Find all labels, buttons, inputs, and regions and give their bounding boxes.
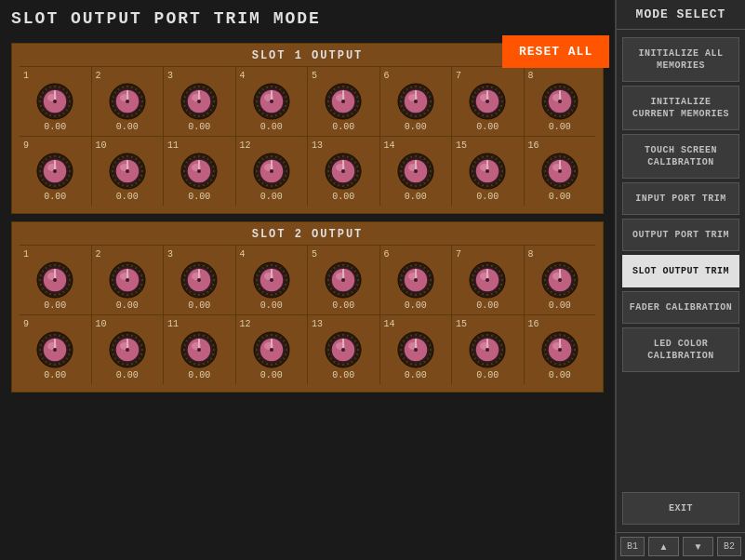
knob-control[interactable] (180, 83, 218, 120)
knob-control[interactable] (397, 153, 434, 190)
knob-control[interactable] (397, 331, 434, 368)
knob-control[interactable] (180, 331, 218, 368)
knob-control[interactable] (36, 331, 73, 368)
knob-control[interactable] (253, 331, 290, 368)
knob-cell[interactable]: 140.00 (380, 315, 453, 384)
knob-cell[interactable]: 80.00 (525, 67, 596, 136)
knob-cell[interactable]: 40.00 (236, 246, 309, 314)
knob-control[interactable] (541, 153, 579, 190)
knob-cell[interactable]: 130.00 (308, 137, 380, 206)
knob-cell[interactable]: 80.00 (525, 246, 596, 314)
sidebar-btn-init-all[interactable]: INITIALIZE ALL MEMORIES (622, 37, 739, 82)
knob-value: 0.00 (116, 122, 139, 132)
knob-control[interactable] (541, 83, 579, 120)
knob-cell[interactable]: 70.00 (452, 67, 525, 136)
knob-cell[interactable]: 90.00 (20, 137, 92, 206)
knob-control[interactable] (109, 83, 146, 120)
knob-cell[interactable]: 120.00 (236, 137, 309, 206)
b1-button[interactable]: B1 (620, 537, 645, 556)
knob-control[interactable] (397, 261, 434, 299)
knob-control[interactable] (325, 261, 362, 299)
knob-control[interactable] (469, 331, 506, 368)
svg-line-582 (573, 285, 575, 286)
knob-cell[interactable]: 30.00 (164, 246, 236, 314)
exit-button[interactable]: EXIT (622, 492, 739, 525)
knob-cell[interactable]: 70.00 (452, 246, 525, 314)
svg-line-760 (492, 363, 493, 365)
svg-line-415 (40, 285, 42, 286)
knob-cell[interactable]: 150.00 (452, 137, 525, 206)
knob-control[interactable] (469, 261, 506, 299)
knob-cell[interactable]: 150.00 (452, 315, 525, 384)
svg-line-287 (266, 184, 267, 186)
knob-control[interactable] (180, 261, 218, 299)
svg-line-532 (429, 285, 431, 286)
knob-control[interactable] (36, 261, 73, 299)
knob-control[interactable] (469, 153, 506, 190)
knob-control[interactable] (36, 83, 73, 120)
knob-cell[interactable]: 10.00 (20, 67, 92, 136)
sidebar-btn-led-cal[interactable]: LED COLOR CALIBRATION (622, 327, 739, 372)
knob-control[interactable] (36, 153, 73, 190)
knob-cell[interactable]: 160.00 (525, 315, 596, 384)
sidebar-btn-fader-cal[interactable]: FADER CALIBRATION (622, 291, 739, 324)
svg-line-707 (357, 354, 359, 355)
knob-cell[interactable]: 110.00 (164, 315, 236, 384)
knob-control[interactable] (253, 153, 290, 190)
knob-cell[interactable]: 60.00 (380, 67, 453, 136)
knob-cell[interactable]: 60.00 (380, 246, 453, 314)
sidebar-btn-touch-cal[interactable]: TOUCH SCREEN CALIBRATION (622, 134, 739, 179)
knob-control[interactable] (397, 83, 434, 120)
knob-cell[interactable]: 20.00 (92, 246, 165, 314)
sidebar-btn-output-port-trim[interactable]: OUTPUT PORT TRIM (622, 219, 739, 251)
knob-control[interactable] (180, 153, 218, 190)
svg-line-280 (285, 167, 286, 167)
svg-line-742 (401, 345, 403, 346)
svg-line-480 (285, 275, 286, 276)
knob-number: 5 (310, 71, 317, 81)
knob-control[interactable] (109, 261, 146, 299)
knob-cell[interactable]: 130.00 (308, 315, 380, 384)
knob-row: 90.00100.00110.00120.00130.00140.00150.0… (20, 136, 595, 206)
knob-control[interactable] (253, 83, 290, 120)
knob-control[interactable] (541, 331, 579, 368)
knob-control[interactable] (325, 83, 362, 120)
knob-cell[interactable]: 110.00 (164, 137, 236, 206)
knob-cell[interactable]: 160.00 (525, 137, 596, 206)
knob-cell[interactable]: 50.00 (308, 67, 380, 136)
knob-control[interactable] (109, 153, 146, 190)
knob-control[interactable] (469, 83, 506, 120)
knob-cell[interactable]: 90.00 (20, 315, 92, 384)
knob-cell[interactable]: 50.00 (308, 246, 380, 314)
knob-number: 3 (166, 71, 173, 81)
sidebar-btn-input-port-trim[interactable]: INPUT PORT TRIM (622, 182, 739, 215)
knob-number: 8 (526, 71, 534, 81)
knob-cell[interactable]: 40.00 (236, 67, 309, 136)
svg-line-270 (194, 156, 195, 158)
knob-control[interactable] (253, 261, 290, 299)
knob-cell[interactable]: 10.00 (20, 246, 92, 314)
knob-cell[interactable]: 120.00 (236, 315, 309, 384)
knob-cell[interactable]: 20.00 (92, 67, 165, 136)
b2-button[interactable]: B2 (717, 537, 741, 556)
svg-line-85 (275, 114, 276, 116)
reset-all-button[interactable]: RESET ALL (502, 35, 609, 68)
sidebar-btn-slot-output-trim[interactable]: SLOT OUTPUT TRIM (622, 255, 739, 287)
knob-cell[interactable]: 140.00 (380, 137, 453, 206)
svg-point-574 (486, 278, 489, 282)
knob-cell[interactable]: 30.00 (164, 67, 236, 136)
knob-cell[interactable]: 100.00 (92, 315, 165, 384)
svg-line-77 (275, 87, 276, 88)
knob-cell[interactable]: 100.00 (92, 137, 165, 206)
knob-control[interactable] (541, 261, 579, 299)
svg-line-115 (328, 106, 330, 107)
svg-line-170 (483, 87, 484, 88)
knob-control[interactable] (325, 331, 362, 368)
down-arrow-button[interactable]: ▼ (683, 537, 713, 556)
knob-control[interactable] (109, 331, 146, 368)
sidebar-btn-init-current[interactable]: INITIALIZE CURRENT MEMORIES (622, 86, 739, 130)
knob-control[interactable] (325, 153, 362, 190)
svg-line-352 (492, 156, 493, 158)
svg-line-317 (328, 167, 330, 167)
up-arrow-button[interactable]: ▲ (648, 537, 679, 556)
